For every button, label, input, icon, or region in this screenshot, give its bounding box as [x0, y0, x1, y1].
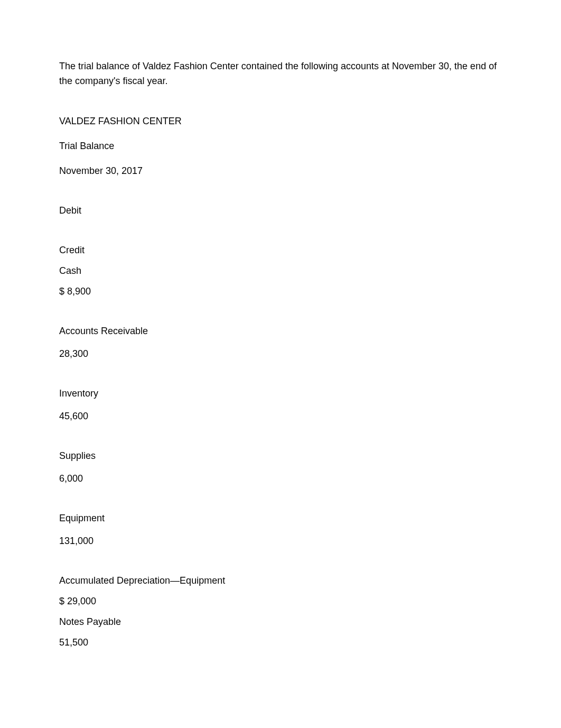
account-accounts-receivable-value: 28,300	[59, 347, 502, 361]
intro-paragraph: The trial balance of Valdez Fashion Cent…	[59, 59, 502, 89]
account-cash-value: $ 8,900	[59, 284, 502, 299]
credit-column-label: Credit	[59, 243, 502, 257]
account-equipment: Equipment 131,000	[59, 511, 502, 548]
account-inventory-label: Inventory	[59, 386, 502, 401]
account-accum-depreciation-and-notes: Accumulated Depreciation—Equipment $ 29,…	[59, 574, 502, 650]
report-title: Trial Balance	[59, 139, 502, 153]
account-equipment-value: 131,000	[59, 534, 502, 548]
account-notes-payable-label: Notes Payable	[59, 615, 502, 629]
company-name: VALDEZ FASHION CENTER	[59, 114, 502, 128]
account-notes-payable-value: 51,500	[59, 635, 502, 650]
account-supplies-value: 6,000	[59, 472, 502, 486]
account-inventory-value: 45,600	[59, 409, 502, 423]
account-accum-depreciation-label: Accumulated Depreciation—Equipment	[59, 574, 502, 588]
report-header-block: VALDEZ FASHION CENTER Trial Balance Nove…	[59, 114, 502, 178]
account-equipment-label: Equipment	[59, 511, 502, 526]
account-supplies: Supplies 6,000	[59, 449, 502, 486]
account-cash-label: Cash	[59, 264, 502, 278]
account-supplies-label: Supplies	[59, 449, 502, 463]
credit-and-cash-block: Credit Cash $ 8,900	[59, 243, 502, 299]
debit-column-label: Debit	[59, 204, 502, 218]
account-accounts-receivable-label: Accounts Receivable	[59, 324, 502, 338]
account-accum-depreciation-value: $ 29,000	[59, 594, 502, 609]
report-date: November 30, 2017	[59, 164, 502, 178]
account-accounts-receivable: Accounts Receivable 28,300	[59, 324, 502, 361]
account-inventory: Inventory 45,600	[59, 386, 502, 423]
